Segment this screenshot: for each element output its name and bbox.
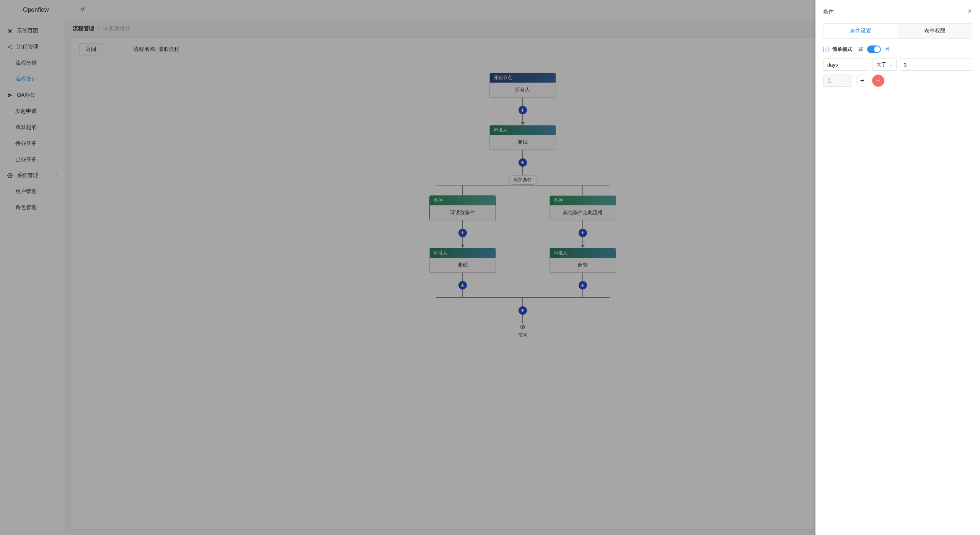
simple-mode-row: 简单模式 或 且 [823,46,972,53]
operator-select[interactable]: 大于 ⌄ [872,59,897,71]
logic-toggle[interactable] [867,46,881,53]
simple-mode-checkbox[interactable] [823,47,828,52]
field-input[interactable] [823,59,869,71]
close-icon [967,8,972,14]
and-label[interactable]: 且 [885,46,890,53]
logic-select[interactable]: 且 ⌄ [823,75,852,87]
drawer-title[interactable]: 条件 [823,8,834,15]
condition-actions-row: 且 ⌄ + − [823,75,972,87]
value-input[interactable] [900,59,972,71]
chevron-down-icon: ⌄ [889,63,892,67]
add-condition-row-button[interactable]: + [856,75,868,87]
condition-drawer: 条件 条件设置 表单权限 简单模式 或 且 大于 ⌄ 且 ⌄ + − [815,0,980,535]
condition-row: 大于 ⌄ [823,59,972,71]
drawer-tabs: 条件设置 表单权限 [823,23,972,39]
close-button[interactable] [967,8,972,16]
chevron-down-icon: ⌄ [845,79,848,83]
tab-condition-settings[interactable]: 条件设置 [823,24,898,38]
simple-mode-label: 简单模式 [832,46,852,53]
remove-condition-row-button[interactable]: − [872,75,884,87]
or-label: 或 [858,46,863,53]
tab-form-permission[interactable]: 表单权限 [898,24,972,38]
